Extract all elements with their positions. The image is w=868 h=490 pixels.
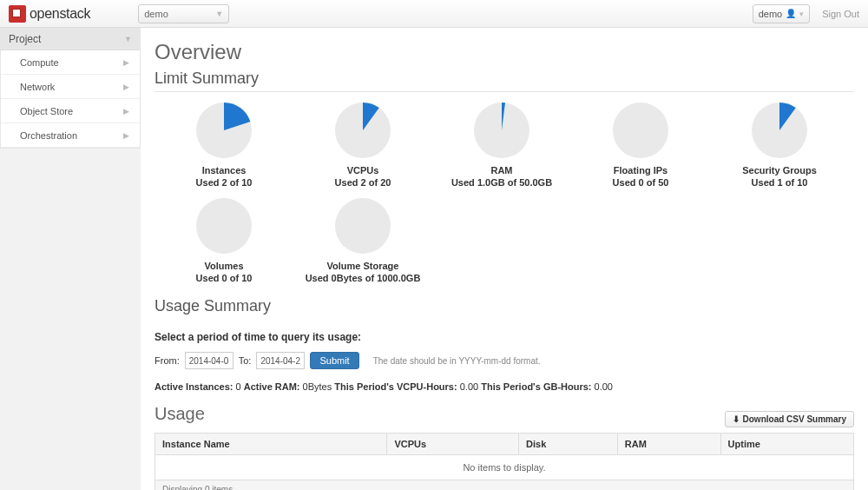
limit-card: Floating IPs Used 0 of 50 [571, 101, 710, 188]
limits-row: Instances Used 2 of 10 VCPUs Used 2 of 2… [155, 101, 854, 292]
chevron-right-icon: ▶ [123, 107, 129, 116]
sidebar-section-label: Project [9, 33, 41, 45]
table-header[interactable]: RAM [617, 434, 720, 455]
to-label: To: [239, 355, 252, 366]
limit-pie-chart [611, 101, 670, 160]
limit-value: Used 0Bytes of 1000.0GB [293, 273, 432, 283]
limit-pie-chart [194, 196, 253, 255]
download-csv-label: Download CSV Summary [743, 414, 846, 424]
caret-down-icon: ▾ [799, 10, 804, 18]
from-label: From: [155, 355, 180, 366]
chevron-right-icon: ▶ [123, 83, 129, 91]
sidebar-section-project[interactable]: Project ▼ [0, 28, 141, 50]
limit-card: VCPUs Used 2 of 20 [293, 101, 432, 188]
download-icon: ⬇ [733, 414, 740, 424]
usage-summary-heading: Usage Summary [155, 297, 854, 319]
limit-card: RAM Used 1.0GB of 50.0GB [432, 101, 571, 188]
project-selector[interactable]: demo ▼ [138, 4, 229, 23]
brand-logo[interactable]: openstack [9, 5, 90, 23]
user-menu[interactable]: demo 👤 ▾ [753, 4, 811, 23]
download-csv-button[interactable]: ⬇ Download CSV Summary [725, 411, 854, 427]
signout-link[interactable]: Sign Out [822, 9, 859, 19]
sidebar-item-label: Object Store [20, 106, 73, 116]
limit-value: Used 2 of 10 [155, 177, 293, 188]
limit-value: Used 1.0GB of 50.0GB [432, 177, 571, 188]
svg-point-5 [196, 198, 252, 254]
table-header[interactable]: Disk [519, 434, 618, 455]
date-format-hint: The date should be in YYYY-mm-dd format. [373, 356, 541, 366]
table-footer: Displaying 0 items [155, 480, 854, 490]
limit-card: Security Groups Used 1 of 10 [710, 101, 849, 188]
sidebar-item-label: Orchestration [20, 130, 77, 141]
openstack-icon [9, 5, 26, 23]
limit-label: Instances [155, 165, 293, 175]
limit-value: Used 0 of 50 [571, 177, 710, 188]
limit-pie-chart [333, 196, 392, 255]
limit-label: Volume Storage [293, 261, 432, 271]
limit-pie-chart [472, 101, 531, 160]
chevron-right-icon: ▶ [123, 58, 129, 67]
sidebar-item-label: Compute [20, 57, 59, 68]
table-header[interactable]: VCPUs [387, 434, 519, 455]
svg-point-3 [613, 103, 668, 158]
usage-table: Instance NameVCPUsDiskRAMUptime No items… [155, 433, 854, 480]
table-header[interactable]: Uptime [720, 434, 853, 455]
query-prompt: Select a period of time to query its usa… [155, 331, 854, 343]
to-date-input[interactable] [256, 352, 305, 369]
limit-value: Used 1 of 10 [710, 177, 849, 188]
limit-label: Security Groups [710, 165, 849, 175]
limit-summary-heading: Limit Summary [155, 70, 854, 92]
limit-pie-chart [194, 101, 253, 160]
sidebar-item-orchestration[interactable]: Orchestration ▶ [1, 123, 140, 148]
usage-stats: Active Instances: 0 Active RAM: 0Bytes T… [155, 381, 854, 392]
usage-table-heading: Usage [155, 404, 205, 427]
page-title: Overview [155, 40, 854, 64]
project-selector-value: demo [144, 9, 168, 19]
limit-value: Used 2 of 20 [293, 177, 432, 188]
main-content: Overview Limit Summary Instances Used 2 … [141, 28, 868, 490]
svg-point-6 [335, 198, 391, 254]
chevron-right-icon: ▶ [123, 131, 129, 140]
limit-card: Volume Storage Used 0Bytes of 1000.0GB [293, 196, 432, 283]
date-query-form: From: To: Submit The date should be in Y… [155, 352, 854, 369]
limit-value: Used 0 of 10 [155, 273, 293, 283]
limit-card: Instances Used 2 of 10 [155, 101, 293, 188]
sidebar-item-object-store[interactable]: Object Store ▶ [1, 99, 140, 123]
sidebar-item-network[interactable]: Network ▶ [1, 75, 140, 99]
user-icon: 👤 [786, 9, 796, 18]
sidebar-item-label: Network [20, 82, 55, 92]
topbar: openstack demo ▼ demo 👤 ▾ Sign Out [0, 0, 868, 28]
limit-label: RAM [432, 165, 571, 175]
limit-label: Floating IPs [571, 165, 710, 175]
sidebar-item-compute[interactable]: Compute ▶ [1, 50, 140, 75]
from-date-input[interactable] [185, 352, 233, 369]
limit-pie-chart [750, 101, 809, 160]
table-empty-row: No items to display. [155, 455, 854, 480]
caret-down-icon: ▼ [124, 35, 132, 43]
table-header[interactable]: Instance Name [155, 434, 387, 455]
limit-label: Volumes [155, 261, 293, 271]
caret-down-icon: ▼ [215, 10, 223, 18]
limit-pie-chart [333, 101, 392, 160]
sidebar: Project ▼ Compute ▶ Network ▶ Object Sto… [0, 28, 141, 490]
user-menu-label: demo [759, 9, 783, 19]
limit-label: VCPUs [293, 165, 432, 175]
submit-button[interactable]: Submit [310, 352, 358, 369]
brand-text: openstack [30, 6, 90, 22]
limit-card: Volumes Used 0 of 10 [155, 196, 293, 283]
